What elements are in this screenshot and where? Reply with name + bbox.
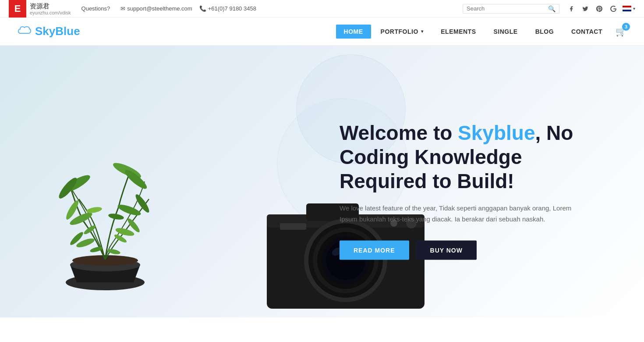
phone-icon: 📞 [199,5,206,12]
svg-rect-34 [280,223,306,230]
brand-name-part2: Blue [55,25,80,38]
nav-item-elements: ELEMENTS [433,25,484,39]
brand-name: SkyBlue [35,25,80,38]
twitter-icon[interactable] [580,4,590,14]
phone-number: +61(0)7 9180 3458 [208,5,256,12]
top-bar-left: E 资源君 eyunzhu.com/vdisk Questions? ✉ sup… [9,0,256,18]
cart-wrapper[interactable]: 🛒 3 [616,26,626,37]
flag-icon [623,6,631,11]
top-bar-right: 🔍 ▾ [463,4,635,14]
phone-link[interactable]: 📞 +61(0)7 9180 3458 [199,5,256,12]
hero-content: Welcome to Skyblue, No Coding Knowledge … [322,103,620,278]
nav-item-contact: CONTACT [563,25,610,39]
top-bar: E 资源君 eyunzhu.com/vdisk Questions? ✉ sup… [0,0,644,18]
top-bar-contact: ✉ support@steeltheme.com 📞 +61(0)7 9180 … [120,5,256,12]
search-box[interactable]: 🔍 [463,4,559,14]
logo-e-box: E [9,0,26,18]
social-icons: ▾ [566,4,635,14]
portfolio-dropdown-icon: ▾ [421,29,424,34]
nav-link-contact[interactable]: CONTACT [563,25,610,39]
nav-link-single[interactable]: SINGLE [486,25,526,39]
hero-title: Welcome to Skyblue, No Coding Knowledge … [340,121,602,194]
chevron-down-icon: ▾ [633,6,635,11]
search-button[interactable]: 🔍 [548,5,556,12]
buy-now-button[interactable]: BUY NOW [416,240,477,260]
hero-title-accent: Skyblue [458,121,535,144]
hero-section: Welcome to Skyblue, No Coding Knowledge … [0,46,644,317]
logo-sub: eyunzhu.com/vdisk [30,10,71,15]
pinterest-icon[interactable] [594,4,604,14]
facebook-icon[interactable] [566,4,576,14]
googleplus-icon[interactable] [609,4,618,14]
top-bar-logo[interactable]: E 资源君 eyunzhu.com/vdisk [9,0,71,18]
logo-letter: E [14,3,21,14]
search-input[interactable] [467,5,545,12]
logo-text-block: 资源君 eyunzhu.com/vdisk [30,2,71,15]
read-more-button[interactable]: READ MORE [340,240,409,260]
email-address: support@steeltheme.com [127,5,192,12]
brand-name-part1: Sky [35,25,55,38]
nav-link-portfolio[interactable]: PORTFOLIO ▾ [373,25,432,39]
brand-logo[interactable]: SkyBlue [18,25,80,38]
nav-link-elements[interactable]: ELEMENTS [433,25,484,39]
nav-item-blog: BLOG [527,25,562,39]
hero-plant [0,46,254,317]
hero-buttons: READ MORE BUY NOW [340,240,602,260]
hero-subtitle: We love latest feature of the year, Tida… [340,202,585,224]
cart-badge: 3 [622,23,630,31]
nav-menu: HOME PORTFOLIO ▾ ELEMENTS SINGLE BLOG CO… [336,25,610,39]
language-selector[interactable]: ▾ [623,6,635,11]
nav-item-portfolio: PORTFOLIO ▾ [373,25,432,39]
email-icon: ✉ [120,5,125,12]
questions-label: Questions? [81,5,110,12]
nav-item-home: HOME [336,25,371,39]
logo-name: 资源君 [30,2,71,10]
nav-item-single: SINGLE [486,25,526,39]
nav-link-home[interactable]: HOME [336,25,371,39]
hero-title-part1: Welcome to [340,121,458,144]
navbar: SkyBlue HOME PORTFOLIO ▾ ELEMENTS SINGLE… [0,18,644,46]
nav-link-blog[interactable]: BLOG [527,25,562,39]
brand-cloud-icon [18,25,32,38]
email-link[interactable]: ✉ support@steeltheme.com [120,5,192,12]
